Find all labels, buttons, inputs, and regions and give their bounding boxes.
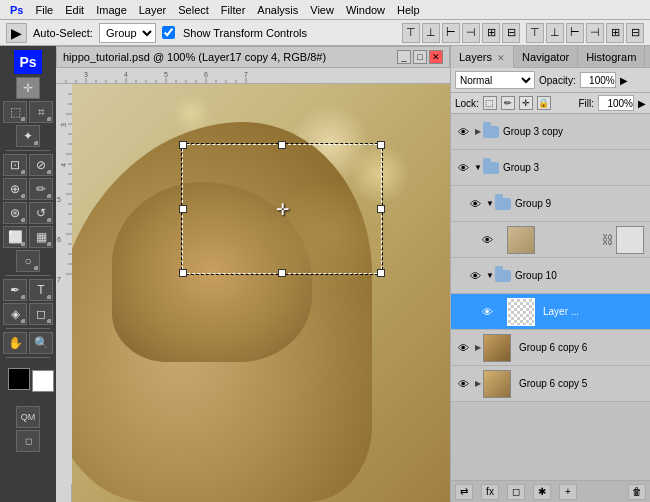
menu-edit[interactable]: Edit	[59, 0, 90, 20]
layer-item-group3copy[interactable]: 👁 ▶ Group 3 copy	[451, 114, 650, 150]
marquee-ellipse-tool[interactable]: ⌗	[29, 101, 53, 123]
lock-position-btn[interactable]: ✛	[519, 96, 533, 110]
clone-tool[interactable]: ⊛	[3, 202, 27, 224]
screen-mode-tool[interactable]: ◻	[16, 430, 40, 452]
align-top[interactable]: ⊤	[402, 23, 420, 43]
marquee-rect-tool[interactable]: ⬚	[3, 101, 27, 123]
foreground-color[interactable]	[8, 368, 30, 390]
add-mask-btn[interactable]: ◻	[507, 484, 525, 500]
menu-window[interactable]: Window	[340, 0, 391, 20]
expand-group10[interactable]: ▼	[485, 271, 495, 281]
layer-item-group6copy5[interactable]: 👁 ▶ Group 6 copy 5	[451, 366, 650, 402]
folder-icon-group3copy	[483, 126, 499, 138]
eye-layer17[interactable]: 👁	[479, 304, 495, 320]
panel-tabs: Layers ✕ Navigator Histogram	[451, 46, 650, 68]
eye-group6copy6[interactable]: 👁	[455, 340, 471, 356]
menu-image[interactable]: Image	[90, 0, 133, 20]
tab-layers[interactable]: Layers ✕	[451, 46, 514, 68]
layer-item-group9-child[interactable]: 👁 ⛓	[451, 222, 650, 258]
history-brush-tool[interactable]: ↺	[29, 202, 53, 224]
hand-tool[interactable]: ✋	[3, 332, 27, 354]
layer-item-group3[interactable]: 👁 ▼ Group 3	[451, 150, 650, 186]
doc-maximize-btn[interactable]: □	[413, 50, 427, 64]
eye-group3[interactable]: 👁	[455, 160, 471, 176]
dist-hcenter[interactable]: ⊞	[606, 23, 624, 43]
new-layer-btn[interactable]: +	[559, 484, 577, 500]
quick-mask-tool[interactable]: QM	[16, 406, 40, 428]
align-right[interactable]: ⊟	[502, 23, 520, 43]
expand-group3[interactable]: ▼	[473, 163, 483, 173]
menu-filter[interactable]: Filter	[215, 0, 251, 20]
lock-transparent-btn[interactable]: ⬚	[483, 96, 497, 110]
tool-options-arrow[interactable]: ▶	[6, 23, 27, 43]
layer-item-group6copy6[interactable]: 👁 ▶ Group 6 copy 6	[451, 330, 650, 366]
move-tool[interactable]: ✛	[16, 77, 40, 99]
menu-help[interactable]: Help	[391, 0, 426, 20]
eyedropper-tool[interactable]: ⊘	[29, 154, 53, 176]
expand-group3copy[interactable]: ▶	[473, 127, 483, 137]
fill-input[interactable]	[598, 95, 634, 111]
layers-tab-close[interactable]: ✕	[497, 53, 505, 63]
eraser-tool[interactable]: ⬜	[3, 226, 27, 248]
svg-text:3: 3	[84, 71, 88, 78]
spot-heal-tool[interactable]: ⊕	[3, 178, 27, 200]
menu-view[interactable]: View	[304, 0, 340, 20]
align-left[interactable]: ⊣	[462, 23, 480, 43]
dist-vcenter[interactable]: ⊥	[546, 23, 564, 43]
crop-tool[interactable]: ⊡	[3, 154, 27, 176]
doc-minimize-btn[interactable]: _	[397, 50, 411, 64]
layer-item-group9[interactable]: 👁 ▼ Group 9	[451, 186, 650, 222]
dodge-tool[interactable]: ○	[16, 250, 40, 272]
menu-ps[interactable]: Ps	[4, 0, 29, 20]
expand-group6copy6[interactable]: ▶	[473, 343, 483, 353]
shape-tool[interactable]: ◻	[29, 303, 53, 325]
background-color[interactable]	[32, 370, 54, 392]
text-tool[interactable]: T	[29, 279, 53, 301]
lock-image-btn[interactable]: ✏	[501, 96, 515, 110]
main-area: Ps ✛ ⬚ ⌗ ✦ ⊡ ⊘ ⊕ ✏ ⊛ ↺ ⬜ ▦ ○	[0, 46, 650, 502]
align-hcenter[interactable]: ⊞	[482, 23, 500, 43]
dist-top[interactable]: ⊤	[526, 23, 544, 43]
autoselect-dropdown[interactable]: Group Layer	[99, 23, 156, 43]
menu-select[interactable]: Select	[172, 0, 215, 20]
opacity-arrow[interactable]: ▶	[620, 75, 628, 86]
fill-arrow[interactable]: ▶	[638, 98, 646, 109]
pen-tool[interactable]: ✒	[3, 279, 27, 301]
dist-bottom[interactable]: ⊢	[566, 23, 584, 43]
align-bottom[interactable]: ⊢	[442, 23, 460, 43]
tab-navigator[interactable]: Navigator	[514, 46, 578, 67]
eye-group6copy5[interactable]: 👁	[455, 376, 471, 392]
magic-wand-tool[interactable]: ✦	[16, 125, 40, 147]
layer-style-btn[interactable]: fx	[481, 484, 499, 500]
eye-group10[interactable]: 👁	[467, 268, 483, 284]
gradient-tool[interactable]: ▦	[29, 226, 53, 248]
lock-all-btn[interactable]: 🔒	[537, 96, 551, 110]
opacity-input[interactable]	[580, 72, 616, 88]
link-layers-btn[interactable]: ⇄	[455, 484, 473, 500]
menu-analysis[interactable]: Analysis	[251, 0, 304, 20]
blend-mode-select[interactable]: Normal Multiply Screen Overlay	[455, 71, 535, 89]
expand-group9[interactable]: ▼	[485, 199, 495, 209]
delete-layer-btn[interactable]: 🗑	[628, 484, 646, 500]
eye-group9child[interactable]: 👁	[479, 232, 495, 248]
brush-tool[interactable]: ✏	[29, 178, 53, 200]
align-vcenter[interactable]: ⊥	[422, 23, 440, 43]
layer-item-group10[interactable]: 👁 ▼ Group 10	[451, 258, 650, 294]
expand-group6copy5[interactable]: ▶	[473, 379, 483, 389]
dist-right[interactable]: ⊟	[626, 23, 644, 43]
eye-group9[interactable]: 👁	[467, 196, 483, 212]
zoom-tool[interactable]: 🔍	[29, 332, 53, 354]
show-transform-checkbox[interactable]	[162, 26, 175, 39]
path-select-tool[interactable]: ◈	[3, 303, 27, 325]
dist-left[interactable]: ⊣	[586, 23, 604, 43]
new-group-btn[interactable]: ✱	[533, 484, 551, 500]
distribute-buttons: ⊤ ⊥ ⊢ ⊣ ⊞ ⊟	[526, 23, 644, 43]
handle-br[interactable]	[377, 269, 385, 277]
tab-histogram[interactable]: Histogram	[578, 46, 645, 67]
canvas-wrapper[interactable]: ✛	[72, 84, 450, 502]
menu-file[interactable]: File	[29, 0, 59, 20]
doc-close-btn[interactable]: ✕	[429, 50, 443, 64]
layer-item-layer17[interactable]: 👁 Layer ...	[451, 294, 650, 330]
eye-group3copy[interactable]: 👁	[455, 124, 471, 140]
menu-layer[interactable]: Layer	[133, 0, 173, 20]
